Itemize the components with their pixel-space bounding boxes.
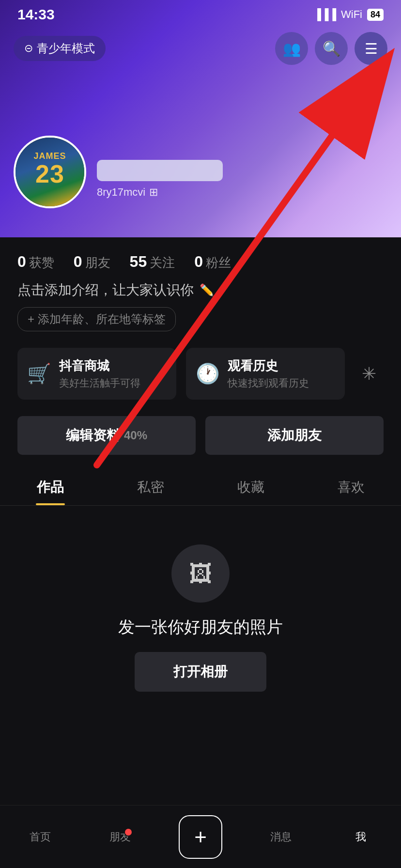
tab-collections[interactable]: 收藏 [200, 467, 301, 505]
menu-icon-button[interactable]: ☰ [355, 32, 387, 65]
user-id-row: 8ry17mcvi ⊞ [97, 186, 386, 199]
nav-plus-icon: + [179, 815, 222, 859]
stat-following-label: 关注 [150, 254, 175, 271]
quick-links: 🛒 抖音商城 美好生活触手可得 🕐 观看历史 快速找到观看历史 ✳ [0, 339, 401, 408]
stat-fans-num: 0 [194, 253, 203, 271]
edit-profile-button[interactable]: 编辑资料 40% [17, 416, 196, 455]
add-friend-label: 添加朋友 [267, 426, 322, 445]
stat-likes-num: 0 [17, 253, 26, 271]
mall-text: 抖音商城 美好生活触手可得 [59, 357, 140, 390]
tab-private-label: 私密 [137, 480, 164, 495]
edit-profile-percent: 40% [124, 429, 147, 442]
bio-section: 点击添加介绍，让大家认识你 ✏️ + 添加年龄、所在地等标签 [0, 281, 401, 339]
nav-home[interactable]: 首页 [0, 830, 80, 844]
more-links-button[interactable]: ✳ [355, 348, 384, 400]
jersey-name: JAMES 23 [33, 151, 66, 186]
tabs-row: 作品 私密 收藏 喜欢 [0, 467, 401, 506]
status-bar: 14:33 ▐▐▐ WiFi 84 [0, 0, 401, 29]
search-icon-button[interactable]: 🔍 [315, 32, 348, 65]
search-icon: 🔍 [323, 40, 340, 57]
stat-likes[interactable]: 0 获赞 [17, 253, 54, 271]
tab-likes-label: 喜欢 [338, 480, 365, 495]
stats-row: 0 获赞 0 朋友 55 关注 0 粉丝 [0, 237, 401, 281]
top-action-bar: ⊝ 青少年模式 👥 🔍 ☰ [0, 29, 401, 68]
tab-works[interactable]: 作品 [0, 467, 100, 505]
avatar-image: JAMES 23 [15, 138, 84, 206]
mall-sub: 美好生活触手可得 [59, 376, 140, 390]
nav-me[interactable]: 我 [321, 830, 401, 844]
username-area: 8ry17mcvi ⊞ [97, 160, 386, 199]
qrcode-icon: ⊞ [149, 186, 158, 199]
tab-likes[interactable]: 喜欢 [301, 467, 401, 505]
top-right-icons: 👥 🔍 ☰ [275, 32, 387, 65]
teen-mode-label: 青少年模式 [37, 41, 95, 56]
username-blurred [97, 160, 223, 181]
teen-mode-button[interactable]: ⊝ 青少年模式 [14, 36, 106, 61]
stat-fans-label: 粉丝 [206, 254, 231, 271]
nav-plus[interactable]: + [160, 815, 241, 859]
add-tags-label: + 添加年龄、所在地等标签 [28, 311, 166, 327]
battery-icon: 84 [367, 9, 384, 21]
nav-messages[interactable]: 消息 [241, 830, 321, 844]
add-friend-button[interactable]: 添加朋友 [205, 416, 384, 455]
nav-friends-label: 朋友 [109, 830, 131, 844]
tab-collections-label: 收藏 [237, 480, 264, 495]
teen-mode-icon: ⊝ [24, 42, 33, 55]
empty-icon-circle: 🖼 [171, 544, 230, 603]
status-time: 14:33 [17, 6, 55, 23]
signal-icon: ▐▐▐ [313, 8, 336, 21]
photo-icon: 🖼 [189, 560, 212, 587]
menu-icon: ☰ [365, 40, 378, 57]
mall-link[interactable]: 🛒 抖音商城 美好生活触手可得 [17, 348, 176, 400]
mall-title: 抖音商城 [59, 357, 140, 374]
mall-icon: 🛒 [27, 362, 51, 385]
edit-profile-label: 编辑资料 [66, 426, 120, 445]
history-text: 观看历史 快速找到观看历史 [228, 357, 309, 390]
user-id: 8ry17mcvi [97, 186, 145, 199]
profile-content: 0 获赞 0 朋友 55 关注 0 粉丝 点击添加介绍，让大家认识你 ✏️ + … [0, 237, 401, 868]
stat-following-num: 55 [130, 253, 147, 271]
history-title: 观看历史 [228, 357, 309, 374]
stat-friends[interactable]: 0 朋友 [74, 253, 110, 271]
empty-text: 发一张你好朋友的照片 [118, 616, 283, 638]
avatar-section: JAMES 23 [14, 136, 86, 208]
history-icon: 🕐 [196, 362, 220, 385]
bio-edit-icon: ✏️ [200, 283, 214, 297]
bio-text[interactable]: 点击添加介绍，让大家认识你 ✏️ [17, 281, 384, 299]
history-sub: 快速找到观看历史 [228, 376, 309, 390]
stat-following[interactable]: 55 关注 [130, 253, 175, 271]
history-link[interactable]: 🕐 观看历史 快速找到观看历史 [186, 348, 345, 400]
nav-me-label: 我 [355, 830, 366, 844]
stat-likes-label: 获赞 [29, 254, 54, 271]
nav-messages-label: 消息 [270, 830, 292, 844]
empty-state: 🖼 发一张你好朋友的照片 打开相册 [0, 506, 401, 730]
tab-works-label: 作品 [37, 480, 64, 495]
open-album-label: 打开相册 [173, 664, 228, 679]
action-buttons: 编辑资料 40% 添加朋友 [0, 408, 401, 463]
bottom-nav: 首页 朋友 + 消息 我 [0, 805, 401, 868]
stat-friends-num: 0 [74, 253, 82, 271]
jersey-number: 23 [33, 161, 66, 186]
add-tags-button[interactable]: + 添加年龄、所在地等标签 [17, 307, 176, 331]
star-icon: ✳ [362, 364, 376, 384]
bio-placeholder: 点击添加介绍，让大家认识你 [17, 281, 194, 299]
tab-private[interactable]: 私密 [100, 467, 200, 505]
nav-friends[interactable]: 朋友 [80, 830, 161, 844]
wifi-icon: WiFi [341, 8, 362, 21]
nav-home-label: 首页 [30, 830, 51, 844]
avatar-ring: JAMES 23 [14, 136, 86, 208]
stat-friends-label: 朋友 [85, 254, 110, 271]
open-album-button[interactable]: 打开相册 [135, 652, 266, 692]
stat-fans[interactable]: 0 粉丝 [194, 253, 231, 271]
status-icons: ▐▐▐ WiFi 84 [313, 8, 384, 21]
friends-icon: 👥 [283, 40, 301, 57]
friends-icon-button[interactable]: 👥 [275, 32, 308, 65]
